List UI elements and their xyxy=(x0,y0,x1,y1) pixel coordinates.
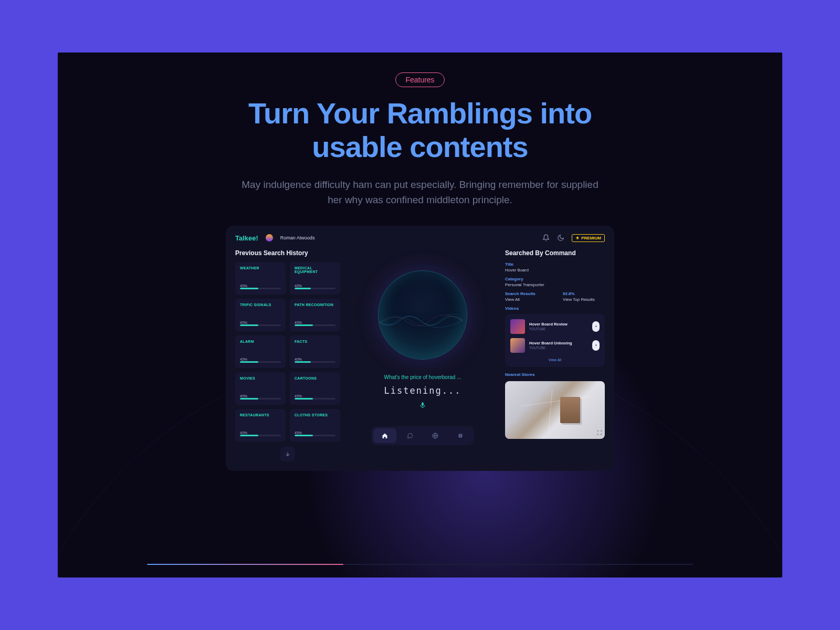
play-icon xyxy=(595,344,597,346)
video-source: YOUTUBE xyxy=(529,327,588,331)
brand-logo: Talkee! xyxy=(235,234,258,242)
history-card-percent: 45% xyxy=(240,358,281,361)
video-title: Hover Board Unboxing xyxy=(529,341,588,345)
meta-accuracy-label: 92.8% xyxy=(563,291,605,296)
history-card-label: PATH RECOGNITION xyxy=(295,303,335,307)
svg-rect-2 xyxy=(460,435,461,436)
history-card-bar xyxy=(295,435,335,436)
history-card-bar xyxy=(240,324,281,326)
stores-label: Nearest Stores xyxy=(505,372,605,377)
history-card-label: MOVIES xyxy=(240,376,281,380)
history-card[interactable]: CLOTHS STORES45% xyxy=(290,409,340,442)
history-card-bar xyxy=(240,435,281,436)
video-source: YOUTUBE xyxy=(529,346,588,350)
premium-label: PREMIUM xyxy=(581,236,601,240)
history-title: Previous Search History xyxy=(235,249,340,257)
history-card-bar xyxy=(295,288,335,289)
page-section: Features Turn Your Ramblings into usable… xyxy=(58,52,782,578)
play-button[interactable] xyxy=(592,321,600,332)
fullscreen-icon[interactable] xyxy=(597,430,602,436)
history-card-label: FACTS xyxy=(295,340,335,343)
nav-chat[interactable] xyxy=(398,428,422,443)
history-card[interactable]: MOVIES45% xyxy=(235,372,286,405)
meta-title-value: Hover Board xyxy=(505,268,605,272)
history-card-label: MEDICAL EQUIPMENT xyxy=(295,266,335,274)
voice-panel: What's the price of hoverborad ... Liste… xyxy=(348,249,498,461)
history-card-percent: 45% xyxy=(240,431,281,435)
features-pill: Features xyxy=(395,72,444,87)
history-card[interactable]: ALARM45% xyxy=(235,335,286,368)
video-thumbnail xyxy=(510,338,525,353)
video-item[interactable]: Hover Board Review YOUTUBE xyxy=(510,319,600,334)
results-title: Searched By Command xyxy=(505,249,605,257)
nav-chip[interactable] xyxy=(449,428,472,443)
history-card-label: TRIFIC SIGNALS xyxy=(240,303,281,307)
nav-globe[interactable] xyxy=(424,428,447,443)
star-icon xyxy=(575,236,580,240)
avatar[interactable] xyxy=(266,234,273,242)
history-card[interactable]: CARTOONS45% xyxy=(290,372,340,405)
history-card-percent: 45% xyxy=(295,321,335,324)
hero-subtitle: May indulgence difficulty ham can put es… xyxy=(236,177,604,208)
microphone-icon xyxy=(419,402,426,409)
voice-prompt-text: What's the price of hoverborad ... xyxy=(384,374,461,380)
results-panel: Searched By Command Title Hover Board Ca… xyxy=(505,249,605,461)
history-card-label: CLOTHS STORES xyxy=(295,413,335,417)
svg-rect-1 xyxy=(459,434,462,437)
history-card-percent: 45% xyxy=(295,394,335,398)
chat-icon xyxy=(407,433,413,439)
dashboard-topbar: Talkee! Roman Atwoods PREMIUM xyxy=(235,234,605,242)
map-preview[interactable] xyxy=(505,381,605,439)
meta-category-value: Personal Transporter xyxy=(505,282,605,287)
videos-view-all[interactable]: View All xyxy=(510,358,600,362)
history-card-percent: 45% xyxy=(295,431,335,435)
bell-icon[interactable] xyxy=(542,234,550,242)
arrow-down-icon xyxy=(285,451,291,457)
section-progress-fill xyxy=(147,564,343,565)
hero-title-line2: usable contents xyxy=(312,130,528,163)
history-card-percent: 40% xyxy=(295,284,335,288)
scroll-down-button[interactable] xyxy=(280,447,295,461)
history-card-bar xyxy=(295,361,335,363)
home-icon xyxy=(382,433,388,439)
premium-badge[interactable]: PREMIUM xyxy=(572,234,605,242)
meta-category-label: Category xyxy=(505,277,605,281)
meta-accuracy-value[interactable]: View Top Results xyxy=(563,297,605,302)
dashboard-preview: Talkee! Roman Atwoods PREMIUM Previous S… xyxy=(226,226,614,471)
moon-icon[interactable] xyxy=(557,234,564,242)
history-card[interactable]: MEDICAL EQUIPMENT40% xyxy=(290,262,340,295)
voice-orb[interactable] xyxy=(373,265,472,365)
history-card-bar xyxy=(240,398,281,400)
nav-home[interactable] xyxy=(373,428,396,443)
history-card-bar xyxy=(295,324,335,326)
history-card-bar xyxy=(240,361,281,363)
history-card[interactable]: RESTAURANTS45% xyxy=(235,409,286,442)
videos-label: Videos xyxy=(505,306,605,311)
history-card-label: CARTOONS xyxy=(295,376,335,380)
videos-card: Hover Board Review YOUTUBE Hover Board U… xyxy=(505,314,605,367)
video-item[interactable]: Hover Board Unboxing YOUTUBE xyxy=(510,338,600,353)
meta-results-value[interactable]: View All xyxy=(505,297,547,302)
mic-button[interactable] xyxy=(417,400,428,411)
history-card-percent: 45% xyxy=(240,284,281,288)
history-card[interactable]: FACTS40% xyxy=(290,335,340,368)
user-name: Roman Atwoods xyxy=(280,235,315,240)
section-progress xyxy=(147,564,693,565)
history-card-percent: 45% xyxy=(240,394,281,398)
play-button[interactable] xyxy=(592,340,600,351)
hero-title: Turn Your Ramblings into usable contents xyxy=(58,97,782,164)
bottom-nav xyxy=(371,426,474,445)
voice-status: Listening... xyxy=(384,385,461,396)
meta-title-label: Title xyxy=(505,262,605,267)
hero: Features Turn Your Ramblings into usable… xyxy=(58,52,782,208)
history-card[interactable]: WEATHER45% xyxy=(235,262,286,295)
history-card[interactable]: TRIFIC SIGNALS45% xyxy=(235,299,286,331)
history-card[interactable]: PATH RECOGNITION45% xyxy=(290,299,340,331)
video-thumbnail xyxy=(510,319,525,334)
history-card-label: RESTAURANTS xyxy=(240,413,281,417)
history-card-percent: 45% xyxy=(240,321,281,324)
history-card-bar xyxy=(240,288,281,289)
globe-icon xyxy=(432,433,438,439)
history-card-percent: 40% xyxy=(295,358,335,361)
hero-title-line1: Turn Your Ramblings into xyxy=(248,97,592,130)
